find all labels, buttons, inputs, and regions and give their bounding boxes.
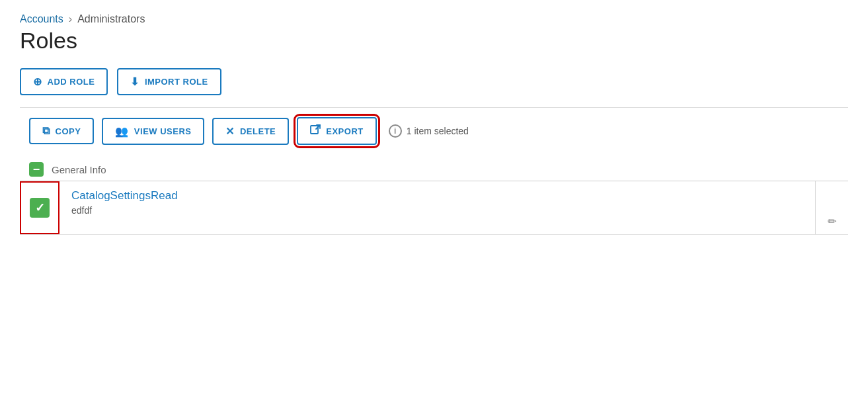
breadcrumb-current: Administrators bbox=[77, 13, 145, 25]
edit-icon[interactable]: ✏ bbox=[828, 215, 836, 228]
page-title: Roles bbox=[20, 28, 848, 54]
role-name-link[interactable]: CatalogSettingsRead bbox=[71, 189, 803, 202]
table-row: CatalogSettingsRead edfdf ✏ bbox=[20, 181, 848, 235]
row-checkbox[interactable] bbox=[30, 198, 50, 218]
section-header: − General Info bbox=[20, 158, 848, 181]
selected-count-text: 1 item selected bbox=[407, 126, 469, 136]
toolbar-top: ⊕ ADD ROLE ⬇ IMPORT ROLE bbox=[20, 68, 848, 95]
edit-cell: ✏ bbox=[815, 181, 848, 234]
svg-rect-0 bbox=[311, 126, 318, 134]
section-label: General Info bbox=[52, 164, 106, 175]
breadcrumb-separator: › bbox=[69, 13, 72, 25]
copy-button[interactable]: ⧉ COPY bbox=[29, 118, 94, 144]
toolbar-actions: ⧉ COPY 👥 VIEW USERS ✕ DELETE EXPORT i 1 … bbox=[20, 117, 848, 145]
role-description: edfdf bbox=[71, 205, 803, 216]
export-button[interactable]: EXPORT bbox=[297, 117, 376, 145]
breadcrumb: Accounts › Administrators bbox=[20, 13, 848, 25]
checkbox-cell[interactable] bbox=[20, 181, 59, 234]
import-role-button[interactable]: ⬇ IMPORT ROLE bbox=[117, 68, 221, 95]
plus-icon: ⊕ bbox=[33, 75, 42, 88]
toolbar-divider bbox=[20, 107, 848, 108]
copy-icon: ⧉ bbox=[42, 125, 50, 137]
users-icon: 👥 bbox=[115, 125, 129, 138]
role-content: CatalogSettingsRead edfdf bbox=[59, 181, 815, 234]
info-icon: i bbox=[389, 124, 402, 138]
breadcrumb-accounts-link[interactable]: Accounts bbox=[20, 13, 63, 25]
selected-info: i 1 item selected bbox=[389, 124, 469, 138]
collapse-icon[interactable]: − bbox=[29, 162, 44, 177]
export-icon bbox=[310, 124, 321, 138]
add-role-button[interactable]: ⊕ ADD ROLE bbox=[20, 68, 108, 95]
view-users-button[interactable]: 👥 VIEW USERS bbox=[102, 118, 204, 145]
delete-icon: ✕ bbox=[225, 125, 235, 138]
delete-button[interactable]: ✕ DELETE bbox=[212, 118, 289, 145]
import-icon: ⬇ bbox=[130, 75, 139, 88]
